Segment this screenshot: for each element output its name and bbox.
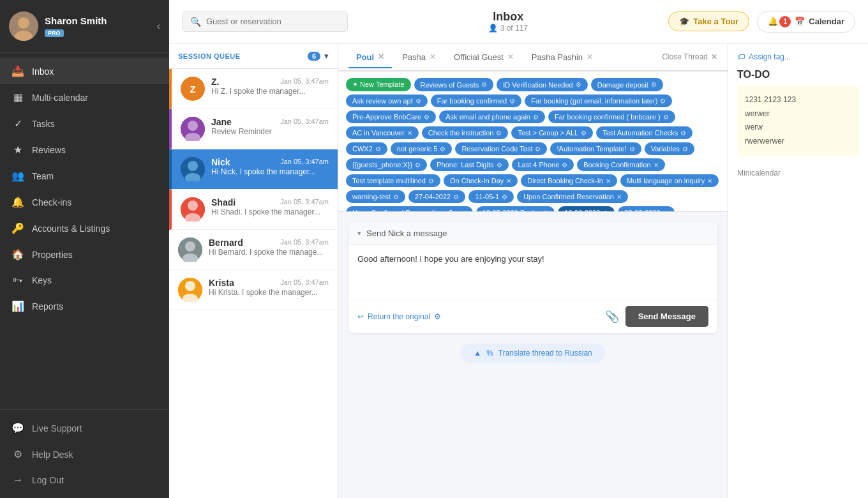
sidebar-item-inbox[interactable]: 📥 Inbox: [0, 58, 169, 84]
tag-reviews-of-guests[interactable]: Reviews of Guests ⚙: [414, 78, 494, 91]
tag-far-booking-got-email[interactable]: Far booking (got email, information late…: [525, 94, 672, 107]
tag-last-4-phone[interactable]: Last 4 Phone ⚙: [512, 158, 574, 171]
tag-booking-confirmation[interactable]: Booking Confirmation ✕: [577, 158, 664, 171]
new-template-button[interactable]: ✦ New Template: [346, 78, 411, 91]
svg-point-1: [18, 17, 29, 29]
todo-item: werwer: [745, 107, 851, 121]
calendar-icon: ▦: [11, 91, 24, 103]
svg-point-4: [188, 121, 198, 131]
live-support-icon: 💬: [11, 422, 24, 434]
tag-test-group-all[interactable]: Test > Group > ALL ⚙: [511, 126, 593, 139]
tag-damage-deposit[interactable]: Damage deposit ⚙: [591, 78, 663, 91]
tab-pasha-pashin[interactable]: Pasha Pashin ✕: [524, 47, 601, 68]
send-message-button[interactable]: Send Message: [625, 306, 708, 327]
tag-warning-test[interactable]: warning-test ⚙: [346, 190, 405, 203]
close-icon: ✕: [617, 193, 622, 200]
translate-bar[interactable]: ▲ % Translate thread to Russian: [461, 343, 605, 363]
tag-11-05-1[interactable]: 11-05-1 ⚙: [468, 190, 514, 203]
tag-not-generic-5[interactable]: not generic 5 ⚙: [391, 142, 453, 155]
tag-id-verification[interactable]: ID Verification Needed ⚙: [497, 78, 587, 91]
tag-18-05-2022-pasha[interactable]: 18-05-2022 Pasha ⚙: [476, 206, 555, 212]
sidebar-collapse-button[interactable]: ‹: [157, 20, 160, 32]
tag-check-instruction[interactable]: Check the instruction ⚙: [422, 126, 509, 139]
tag-test-automation-checks[interactable]: Test Automation Checks ⚙: [596, 126, 692, 139]
message-input[interactable]: Good afternoon! I hope you are enjoying …: [348, 245, 717, 296]
sidebar-nav: 📥 Inbox ▦ Multi-calendar ✓ Tasks ★ Revie…: [0, 53, 169, 409]
list-item[interactable]: Nick Jan 05, 3:47am Hi Nick. I spoke the…: [169, 149, 338, 190]
tab-close-pasha[interactable]: ✕: [430, 53, 436, 61]
assign-tag-button[interactable]: 🏷 Assign tag...: [737, 52, 859, 61]
tab-poul[interactable]: Poul ✕: [348, 47, 392, 68]
tag-27-04-2022[interactable]: 27-04-2022 ⚙: [408, 190, 465, 203]
list-item[interactable]: Bernard Jan 05, 3:47am Hi Bernard. I spo…: [169, 230, 338, 270]
tab-pasha[interactable]: Pasha ✕: [394, 47, 444, 68]
gear-icon: ⚙: [680, 130, 686, 137]
return-original-button[interactable]: ↩ Return the original ⚙: [357, 312, 441, 321]
session-panel: SESSION QUEUE 6 ▾ Z Z. Jan 05, 3:47am Hi…: [169, 43, 338, 498]
tag-reservation-code-test[interactable]: Reservation Code Test ⚙: [455, 142, 547, 155]
tag-ask-email-phone[interactable]: Ask email and phone again ⚙: [439, 110, 545, 123]
tag-ac-in-vancouver[interactable]: AC in Vancouver ✕: [346, 126, 419, 139]
gear-icon: ⚙: [428, 177, 434, 185]
tag-02-03-2022[interactable]: 02-03-2022 ✕: [618, 206, 674, 212]
search-input[interactable]: [206, 17, 340, 26]
inbox-icon: 📥: [11, 65, 24, 77]
list-item[interactable]: Shadi Jan 05, 3:47am Hi Shadi. I spoke t…: [169, 190, 338, 230]
sidebar-item-live-support[interactable]: 💬 Live Support: [0, 415, 169, 441]
sidebar-item-label: Log Out: [32, 475, 64, 485]
session-preview: Hi Bernard. I spoke the manage...: [209, 248, 329, 257]
sidebar-item-help-desk[interactable]: ⚙ Help Desk: [0, 441, 169, 467]
tag-upon-confirmed-3m[interactable]: Upon Confirmed Reservation +3m ✕: [346, 206, 473, 212]
tag-cwx2[interactable]: CWX2 ⚙: [346, 142, 387, 155]
compose-card: ▾ Send Nick a message Good afternoon! I …: [348, 222, 717, 333]
tab-official-guest[interactable]: Official Guest ✕: [446, 47, 521, 68]
tag-ask-review-own-apt[interactable]: Ask review own apt ⚙: [346, 94, 428, 107]
avatar: [181, 117, 205, 141]
session-name: Bernard: [209, 238, 243, 248]
tab-close-official-guest[interactable]: ✕: [507, 53, 514, 61]
sidebar-item-label: Help Desk: [32, 449, 73, 460]
sidebar-item-check-ins[interactable]: 🔔 Check-ins: [0, 189, 169, 215]
tag-far-booking-confirmed[interactable]: Far booking confirmed ⚙: [431, 94, 521, 107]
list-item[interactable]: Z Z. Jan 05, 3:47am Hi Z. I spoke the ma…: [169, 69, 338, 109]
tag-direct-booking-check-in[interactable]: Direct Booking Check-In ✕: [521, 174, 617, 187]
tag-automation-template[interactable]: !Automation Template! ⚙: [550, 142, 641, 155]
sidebar-item-keys[interactable]: 🗝 Keys: [0, 268, 169, 293]
tag-guests-phone[interactable]: {{guests_phone:X}} ⚙: [346, 158, 427, 171]
sidebar-item-label: Reviews: [32, 145, 66, 155]
attachment-icon[interactable]: 📎: [605, 310, 619, 324]
tag-on-check-in-day[interactable]: On Check-In Day ✕: [444, 174, 518, 187]
sidebar-item-accounts-listings[interactable]: 🔑 Accounts & Listings: [0, 215, 169, 241]
list-item[interactable]: Jane Jan 05, 3:47am Review Reminder: [169, 109, 338, 149]
sidebar-item-reviews[interactable]: ★ Reviews: [0, 137, 169, 163]
tag-far-booking-bnbcare[interactable]: Far booking confirmed ( bnbcare ) ⚙: [548, 110, 675, 123]
tag-phone-last-digits[interactable]: Phone: Last Digits ⚙: [430, 158, 508, 171]
tag-test-template-multilined[interactable]: Test template multilined ⚙: [346, 174, 440, 187]
sidebar-item-properties[interactable]: 🏠 Properties: [0, 241, 169, 268]
calendar-button[interactable]: 🔔 1 📅 Calendar: [757, 11, 855, 33]
list-item[interactable]: Krista Jan 05, 3:47am Hi Krista. I spoke…: [169, 270, 338, 310]
sidebar-item-log-out[interactable]: → Log Out: [0, 467, 169, 493]
gear-icon: ⚙: [496, 130, 502, 137]
sidebar-item-multi-calendar[interactable]: ▦ Multi-calendar: [0, 84, 169, 110]
session-item-info: Shadi Jan 05, 3:47am Hi Shadi. I spoke t…: [211, 197, 329, 216]
tab-close-poul[interactable]: ✕: [378, 53, 384, 61]
take-tour-button[interactable]: 🎓 Take a Tour: [668, 11, 749, 31]
tag-variables[interactable]: Variables ⚙: [645, 142, 694, 155]
close-thread-button[interactable]: Close Thread ✕: [662, 52, 717, 61]
svg-point-13: [185, 241, 195, 252]
svg-point-7: [188, 161, 198, 171]
gear-icon: ⚙: [393, 193, 399, 200]
sidebar-item-tasks[interactable]: ✓ Tasks: [0, 110, 169, 137]
sidebar-item-reports[interactable]: 📊 Reports: [0, 293, 169, 319]
search-box[interactable]: 🔍: [182, 11, 348, 32]
tag-16-02-2022[interactable]: 16-02-2022 ⚙: [558, 206, 615, 212]
tag-pre-approve-bnbcare[interactable]: Pre-Approve BnbCare ⚙: [346, 110, 436, 123]
tag-upon-confirmed[interactable]: Upon Confirmed Reservation ✕: [517, 190, 628, 203]
sidebar-item-team[interactable]: 👥 Team: [0, 163, 169, 189]
tab-close-pasha-pashin[interactable]: ✕: [587, 53, 593, 61]
gear-icon: ⚙: [424, 114, 430, 121]
gear-icon: ⚙: [682, 146, 688, 153]
translate-icon: ▲: [474, 349, 481, 358]
tag-multi-language[interactable]: Multi language on inquiry ✕: [620, 174, 719, 187]
